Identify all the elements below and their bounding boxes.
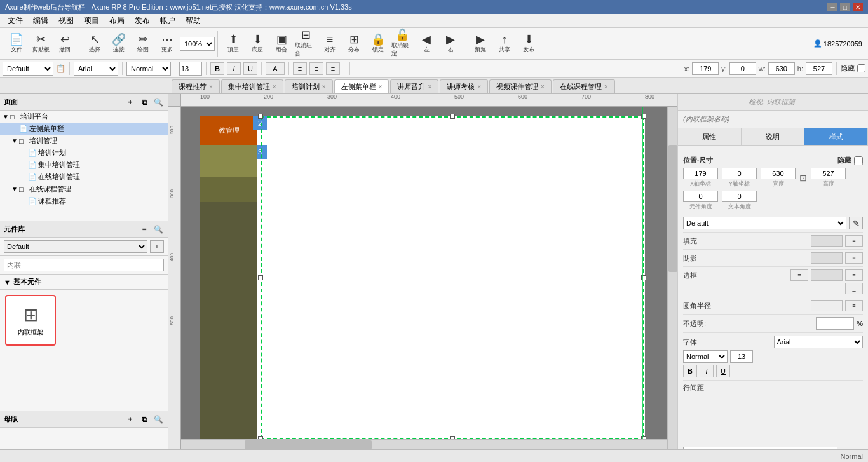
preview-button[interactable]: ▶预览	[469, 32, 492, 56]
menu-edit[interactable]: 编辑	[28, 15, 53, 26]
select-button[interactable]: ↖选择	[83, 32, 106, 56]
opacity-input[interactable]	[816, 317, 854, 330]
x-input[interactable]	[692, 62, 719, 75]
widget-search-icon[interactable]: 🔍	[153, 224, 164, 235]
menu-publish[interactable]: 发布	[130, 15, 155, 26]
canvas-area[interactable]: 100 200 300 400 500 600 700 800 200 300 …	[168, 94, 677, 462]
hide-checkbox-row[interactable]: 隐藏	[837, 156, 863, 165]
prop-lib-select[interactable]: Default	[683, 217, 846, 229]
maximize-button[interactable]: □	[840, 3, 850, 11]
tree-item-training-plan[interactable]: 📄 培训计划	[0, 147, 168, 159]
align-button[interactable]: ≡对齐	[318, 32, 341, 56]
font-select[interactable]: Arial	[74, 62, 118, 76]
menu-layout[interactable]: 布局	[104, 15, 130, 26]
pages-header-icons[interactable]: + ⧉ 🔍	[125, 97, 164, 108]
widget-expand-icon[interactable]: ≡	[139, 224, 150, 235]
widget-search-input[interactable]	[4, 259, 164, 271]
prop-element-angle-input[interactable]	[683, 191, 718, 202]
new-button[interactable]: 📄文件	[5, 32, 28, 56]
tab-close-icon[interactable]: ×	[541, 83, 545, 90]
widget-lib-select[interactable]: Default	[4, 240, 147, 253]
tree-item-training-mgmt[interactable]: ▼ □ 培训管理	[0, 135, 168, 147]
menu-account[interactable]: 帐户	[155, 15, 180, 26]
font-family-select[interactable]: Arial	[774, 336, 864, 348]
draw-button[interactable]: ✏绘图	[132, 32, 154, 56]
fill-color-btn[interactable]	[811, 235, 843, 247]
canvas-sidebar-element[interactable]: 教管理 2 3	[200, 116, 257, 440]
handle-ml[interactable]	[258, 275, 263, 280]
prop-y-input[interactable]	[722, 168, 757, 179]
publish-button[interactable]: ⬇发布	[517, 32, 540, 56]
tab-video-course[interactable]: 视频课件管理 ×	[489, 79, 552, 93]
prop-lib-edit-button[interactable]: ✎	[849, 217, 863, 229]
tab-lecturer-promote[interactable]: 讲师晋升 ×	[390, 79, 438, 93]
share-button[interactable]: ↑共享	[493, 32, 516, 56]
tab-close-icon[interactable]: ×	[322, 83, 326, 90]
canvas-page[interactable]: 教管理 2 3	[200, 116, 645, 440]
font-style-select[interactable]: Normal	[683, 350, 728, 363]
border-bottom-btn[interactable]: _	[845, 283, 863, 294]
tab-style[interactable]: 样式	[804, 128, 868, 145]
canvas-hscrollbar[interactable]	[181, 439, 677, 449]
tab-close-icon[interactable]: ×	[273, 83, 276, 90]
prop-bold-button[interactable]: B	[683, 365, 697, 377]
tab-course-recommend[interactable]: 课程推荐 ×	[172, 79, 220, 93]
masters-search-icon[interactable]: 🔍	[153, 414, 164, 425]
format-icon[interactable]: 📋	[56, 64, 65, 73]
menu-project[interactable]: 项目	[79, 15, 104, 26]
unlock-button[interactable]: 🔓取消锁定	[391, 32, 414, 56]
minimize-button[interactable]: ─	[827, 3, 837, 11]
distribute-button[interactable]: ⊞分布	[342, 32, 365, 56]
bold-button[interactable]: B	[210, 62, 224, 75]
tab-properties[interactable]: 属性	[678, 128, 742, 145]
canvas-vscrollbar[interactable]	[667, 107, 677, 452]
close-button[interactable]: ✕	[853, 3, 863, 11]
masters-add-icon[interactable]: +	[125, 414, 136, 425]
top-button[interactable]: ⬆顶层	[222, 32, 245, 56]
group-button[interactable]: ▣组合	[270, 32, 293, 56]
tab-close-icon[interactable]: ×	[379, 83, 383, 90]
style-select[interactable]: Default	[3, 62, 53, 76]
shadow-style-btn[interactable]: ≡	[845, 252, 863, 264]
hide-prop-checkbox[interactable]	[854, 156, 863, 165]
handle-tm[interactable]	[450, 114, 455, 119]
prop-underline-button[interactable]: U	[716, 365, 730, 377]
zoom-select[interactable]: 100%50%75%150%200%	[180, 37, 215, 51]
canvas-vscroll-thumb[interactable]	[668, 145, 677, 272]
border-color-btn[interactable]	[811, 269, 843, 281]
font-size-prop-input[interactable]	[730, 350, 753, 363]
connect-button[interactable]: 🔗连接	[107, 32, 130, 56]
prop-h-input[interactable]	[811, 168, 846, 179]
ungroup-button[interactable]: ⊟取消组合	[294, 32, 317, 56]
tab-description[interactable]: 说明	[742, 128, 805, 145]
tab-centralized-training[interactable]: 集中培训管理 ×	[221, 79, 283, 93]
prop-x-input[interactable]	[683, 168, 718, 179]
y-input[interactable]	[729, 62, 756, 75]
underline-button[interactable]: U	[243, 62, 257, 75]
menu-file[interactable]: 文件	[3, 15, 28, 26]
align-center-button[interactable]: ≡	[309, 62, 323, 75]
prop-text-angle-input[interactable]	[722, 191, 757, 202]
menu-help[interactable]: 帮助	[180, 15, 206, 26]
tab-close-icon[interactable]: ×	[209, 83, 213, 90]
canvas-background[interactable]: 教管理 2 3	[181, 107, 677, 449]
prop-w-input[interactable]	[761, 168, 796, 179]
hide-checkbox[interactable]	[857, 64, 865, 72]
tab-lecturer-assess[interactable]: 讲师考核 ×	[440, 79, 488, 93]
italic-button[interactable]: I	[227, 62, 241, 75]
titlebar-controls[interactable]: ─ □ ✕	[827, 3, 863, 11]
shadow-color-btn[interactable]	[811, 252, 843, 264]
tab-close-icon[interactable]: ×	[604, 83, 608, 90]
add-page-icon[interactable]: +	[125, 97, 136, 108]
bottom-button[interactable]: ⬇底层	[246, 32, 269, 56]
radius-input-btn[interactable]	[811, 300, 843, 311]
duplicate-page-icon[interactable]: ⧉	[139, 97, 150, 108]
undo-button[interactable]: ↩撤回	[53, 32, 76, 56]
menu-view[interactable]: 视图	[53, 15, 79, 26]
masters-duplicate-icon[interactable]: ⧉	[139, 414, 150, 425]
font-size-input[interactable]	[179, 62, 202, 76]
widget-header-icons[interactable]: ≡ 🔍	[139, 224, 164, 235]
widget-inline-frame[interactable]: ⊞ 内联框架	[5, 295, 56, 346]
canvas-hscroll-thumb[interactable]	[245, 440, 372, 449]
tab-left-sidebar[interactable]: 左侧菜单栏 ×	[334, 79, 390, 93]
